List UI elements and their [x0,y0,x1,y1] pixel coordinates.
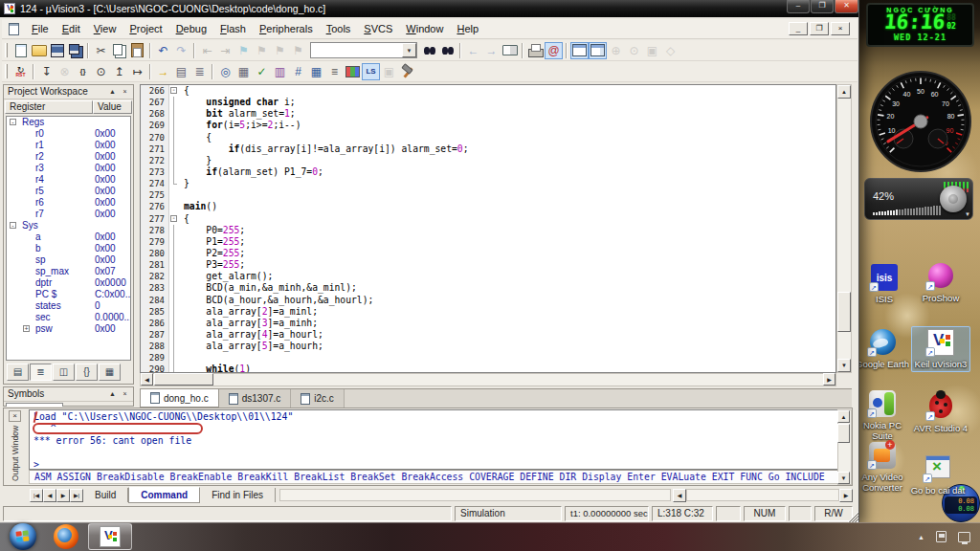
code-line[interactable]: 278 P0=255; [141,225,835,236]
find-in-files-icon[interactable] [438,42,457,59]
show-hidden-icons-button[interactable]: ▲ [918,534,924,540]
redo-icon[interactable]: ↷ [172,42,190,59]
clock-gadget[interactable]: NGỌC CƯỜNG 16:168802 WED 12-21 [866,3,974,47]
register-row-sp-max[interactable]: sp_max0x07 [7,266,130,277]
register-row-r3[interactable]: r30x00 [7,163,130,174]
register-row-r4[interactable]: r40x00 [7,174,130,186]
code-line[interactable]: 285 ala_array[2]=a_minl; [141,306,835,318]
value-column-header[interactable]: Value [93,100,132,114]
code-line[interactable]: 280 P2=255; [141,248,835,259]
desktop-icon-google-earth[interactable]: ↗Google Earth [853,329,912,369]
regs-tab-icon[interactable]: ≣ [30,364,52,381]
watch-window-icon[interactable]: ≣ [190,63,209,80]
volume-knob[interactable] [940,186,967,212]
step-over-icon[interactable]: ⊙ [92,63,110,80]
register-row-pc--[interactable]: PC $C:0x00... [7,289,130,300]
mdi-restore-button[interactable]: ❐ [810,22,829,35]
toolbar-grip[interactable] [5,64,8,78]
menu-help[interactable]: Help [450,21,485,36]
desktop-icon-avr-studio-4[interactable]: ↗AVR Studio 4 [911,392,970,433]
register-row-b[interactable]: b0x00 [7,243,130,254]
open-file-icon[interactable] [30,42,48,59]
desktop-icon-go-bo-cai-dat[interactable]: ↗Go bo cai dat [908,453,968,496]
toolbar-grip[interactable] [5,43,8,57]
code-window-icon[interactable] [589,42,607,59]
disassembly-window-icon[interactable]: ◎ [216,63,234,80]
command-output[interactable]: Load "C:\\Users\\NGOC-CUONG\\Desktop\\01… [29,409,838,470]
system-viewer-icon[interactable]: ▣ [380,63,398,80]
register-row-r0[interactable]: r00x00 [7,128,130,140]
register-row-dptr[interactable]: dptr0x0000 [7,277,130,289]
step-out-icon[interactable]: ↥ [110,63,128,80]
desktop-icon-any-video-converter[interactable]: ↗Any Video Converter [853,442,912,493]
run-to-cursor-icon[interactable]: ↦ [128,63,146,80]
code-area[interactable]: 266-{267 unsigned char i;268 bit alarm_s… [140,84,836,373]
desktop-icon-keil-uvision3[interactable]: ↗Keil uVision3 [911,326,970,372]
network-tray-icon[interactable] [958,532,970,542]
mdi-close-button[interactable]: × [831,22,850,35]
paste-icon[interactable] [128,42,146,59]
step-into-icon[interactable]: {} [74,63,92,80]
memory-window-icon[interactable]: ▦ [307,63,325,80]
code-line[interactable]: 281 P3=255; [141,259,835,271]
hscroll-left-icon[interactable]: ◀ [673,489,686,502]
output-tab-command[interactable]: Command [128,487,200,503]
functions-tab-icon[interactable]: {} [76,364,98,381]
symbols-window-icon[interactable]: ≡ [325,63,344,80]
books-icon[interactable] [501,42,519,59]
navigate-back-icon[interactable]: ← [464,42,482,59]
register-row-sp[interactable]: sp0x00 [7,254,130,266]
code-line[interactable]: 279 P1=255; [141,236,835,248]
hscroll-right-icon[interactable]: ▶ [839,489,853,502]
unindent-icon[interactable]: ⇤ [198,42,216,59]
volume-bars[interactable] [873,206,941,215]
code-line[interactable]: 274} [141,178,835,189]
title-bar[interactable]: 124 - µVision3 - [C:\Users\NGOC-CUONG\De… [0,0,858,17]
register-row-psw[interactable]: +psw0x00 [7,323,130,335]
performance-analyzer-icon[interactable]: ▥ [271,63,289,80]
run-icon[interactable]: ↧ [37,63,56,80]
code-line[interactable]: 277-{ [141,213,835,225]
grayed-tool-3-icon[interactable]: ▣ [643,42,661,59]
grayed-tool-4-icon[interactable]: ◇ [661,42,679,59]
code-line[interactable]: 272 } [141,155,835,166]
combo-dropdown-icon[interactable]: ▼ [402,43,416,57]
find-icon[interactable] [420,42,438,59]
toggle-bookmark-icon[interactable]: ⚑ [234,42,253,59]
code-line[interactable]: 268 bit alarm_set=1; [141,108,835,120]
code-line[interactable]: 266-{ [141,85,835,97]
grayed-tool-1-icon[interactable]: ⊕ [607,42,625,59]
file-tab-ds1307-c[interactable]: ds1307.c [219,389,292,408]
watch-icon[interactable]: ▦ [234,63,253,80]
close-panel-icon[interactable]: × [120,389,130,400]
register-row-states[interactable]: states0 [7,300,130,312]
print-icon[interactable] [526,42,545,59]
books-tab-icon[interactable]: ◫ [53,364,75,381]
code-line[interactable]: 273 if(alarm_set) P1_7=0; [141,166,835,178]
register-row-a[interactable]: a0x00 [7,231,130,243]
volume-gadget[interactable]: 42% ▼ [864,178,973,220]
file-tab-i2c-c[interactable]: i2c.c [291,389,345,408]
menu-edit[interactable]: Edit [56,21,87,36]
tree-expander-icon[interactable]: + [23,325,30,332]
mdi-document-icon[interactable] [9,23,19,35]
code-line[interactable]: 269 for(i=5;i>=2;i--) [141,120,835,131]
halt-icon[interactable]: ⊗ [56,63,74,80]
fold-collapse-icon[interactable]: - [170,215,177,222]
close-button[interactable]: ✕ [835,0,858,13]
menu-flash[interactable]: Flash [213,21,253,36]
code-line[interactable]: 288 ala_array[5]=a_hourh; [141,341,835,352]
reset-cpu-icon[interactable] [11,63,30,80]
action-center-icon[interactable] [936,531,947,542]
tree-expander-icon[interactable]: - [10,222,16,229]
firefox-taskbar-icon[interactable] [54,524,78,549]
code-line[interactable]: 286 ala_array[3]=a_minh; [141,318,835,329]
menu-file[interactable]: File [25,21,56,36]
next-bookmark-icon[interactable]: ⚑ [271,42,289,59]
output-vertical-scrollbar[interactable]: ▲ ▼ [837,409,852,485]
templates-tab-icon[interactable]: ▦ [99,364,121,381]
register-row-sys[interactable]: -Sys [7,220,130,231]
undo-icon[interactable]: ↶ [154,42,172,59]
output-tab-build[interactable]: Build [83,488,128,502]
desktop-icon-proshow[interactable]: ↗ProShow [911,262,970,303]
